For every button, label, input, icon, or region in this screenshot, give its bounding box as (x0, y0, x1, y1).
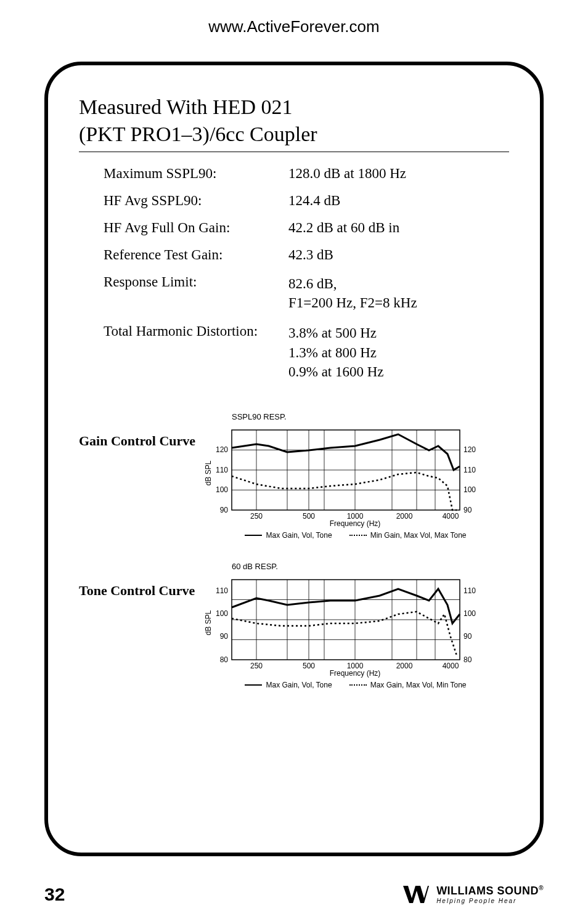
svg-text:2000: 2000 (396, 662, 413, 670)
svg-text:120: 120 (216, 445, 228, 454)
brand-name: WILLIAMS SOUND (436, 885, 539, 897)
spec-row-hf-avg-sspl90: HF Avg SSPL90: 124.4 dB (79, 193, 509, 209)
svg-text:90: 90 (220, 632, 229, 641)
svg-text:90: 90 (220, 506, 229, 514)
svg-text:110: 110 (216, 586, 228, 595)
legend-item: Max Gain, Vol, Tone (245, 681, 332, 689)
spec-value: 128.0 dB at 1800 Hz (288, 166, 509, 182)
svg-text:Frequency (Hz): Frequency (Hz) (330, 669, 381, 678)
spec-value: 124.4 dB (288, 193, 509, 209)
svg-text:2000: 2000 (396, 512, 413, 521)
spec-value-line: 3.8% at 500 Hz (288, 323, 509, 342)
tone-chart: 110 100 90 80 110 100 90 80 250 500 1000… (202, 573, 498, 678)
svg-text:4000: 4000 (443, 662, 459, 670)
legend-swatch-solid (245, 684, 262, 686)
svg-text:90: 90 (463, 632, 472, 641)
svg-text:110: 110 (463, 466, 476, 474)
svg-text:100: 100 (463, 485, 476, 494)
legend-label: Max Gain, Vol, Tone (266, 681, 332, 689)
spec-value: 42.2 dB at 60 dB in (288, 220, 509, 236)
chart-section-label: Tone Control Curve (79, 562, 202, 689)
spec-value-line: 82.6 dB, (288, 274, 509, 293)
chart-title: 60 dB RESP. (232, 562, 509, 571)
chart-block: 60 dB RESP. (202, 562, 509, 689)
chart-legend: Max Gain, Vol, Tone Max Gain, Max Vol, M… (202, 681, 509, 689)
spec-value: 82.6 dB, F1=200 Hz, F2=8 kHz (288, 274, 509, 312)
brand-logo-icon (402, 883, 430, 906)
svg-text:4000: 4000 (443, 512, 459, 521)
header-url: www.ActiveForever.com (0, 0, 588, 36)
svg-text:500: 500 (303, 512, 315, 521)
svg-text:100: 100 (463, 609, 476, 618)
title-line-2: (PKT PRO1–3)/6cc Coupler (79, 121, 509, 148)
brand-block: WILLIAMS SOUND® Helping People Hear (402, 883, 544, 906)
legend-item: Max Gain, Vol, Tone (245, 531, 332, 540)
spec-value: 42.3 dB (288, 247, 509, 263)
spec-label: Maximum SSPL90: (79, 166, 288, 182)
spec-label: HF Avg Full On Gain: (79, 220, 288, 236)
spec-label: Reference Test Gain: (79, 247, 288, 263)
spec-row-thd: Total Harmonic Distortion: 3.8% at 500 H… (79, 323, 509, 381)
chart-block: SSPL90 RESP. (202, 412, 509, 540)
spec-label: Total Harmonic Distortion: (79, 323, 288, 381)
page-footer: 32 WILLIAMS SOUND® Helping People Hear (44, 883, 544, 906)
svg-text:90: 90 (463, 506, 472, 514)
chart-section-gain: Gain Control Curve SSPL90 RESP. (79, 412, 509, 540)
svg-text:110: 110 (463, 586, 476, 595)
brand-tagline: Helping People Hear (436, 898, 544, 904)
svg-text:250: 250 (250, 512, 263, 521)
content-frame: Measured With HED 021 (PKT PRO1–3)/6cc C… (44, 62, 544, 856)
svg-text:100: 100 (216, 485, 228, 494)
spec-row-hf-avg-full-on-gain: HF Avg Full On Gain: 42.2 dB at 60 dB in (79, 220, 509, 236)
gain-chart: 120 110 100 90 120 110 100 90 250 500 10… (202, 424, 498, 529)
svg-text:dB SPL: dB SPL (204, 460, 213, 485)
page-title: Measured With HED 021 (PKT PRO1–3)/6cc C… (79, 94, 509, 148)
title-line-1: Measured With HED 021 (79, 94, 509, 121)
svg-text:500: 500 (303, 662, 315, 670)
brand-text: WILLIAMS SOUND® Helping People Hear (436, 885, 544, 904)
legend-item: Max Gain, Max Vol, Min Tone (349, 681, 467, 689)
chart-section-label: Gain Control Curve (79, 412, 202, 540)
chart-title: SSPL90 RESP. (232, 412, 509, 421)
svg-text:dB SPL: dB SPL (204, 610, 213, 635)
legend-swatch-dashed (349, 535, 367, 536)
page-number: 32 (44, 884, 65, 905)
chart-section-tone: Tone Control Curve 60 dB RESP. (79, 562, 509, 689)
chart-legend: Max Gain, Vol, Tone Min Gain, Max Vol, M… (202, 531, 509, 540)
svg-text:120: 120 (463, 445, 476, 454)
legend-label: Max Gain, Vol, Tone (266, 531, 332, 540)
svg-text:110: 110 (216, 466, 228, 474)
legend-swatch-solid (245, 535, 262, 536)
svg-text:80: 80 (463, 655, 472, 664)
legend-item: Min Gain, Max Vol, Max Tone (349, 531, 467, 540)
legend-label: Min Gain, Max Vol, Max Tone (370, 531, 467, 540)
svg-text:100: 100 (216, 609, 228, 618)
legend-swatch-dashed (349, 684, 367, 686)
svg-text:80: 80 (220, 655, 229, 664)
svg-text:250: 250 (250, 662, 263, 670)
legend-label: Max Gain, Max Vol, Min Tone (370, 681, 467, 689)
spec-value-line: 1.3% at 800 Hz (288, 343, 509, 362)
spec-row-ref-test-gain: Reference Test Gain: 42.3 dB (79, 247, 509, 263)
spec-row-max-sspl90: Maximum SSPL90: 128.0 dB at 1800 Hz (79, 166, 509, 182)
spec-row-response-limit: Response Limit: 82.6 dB, F1=200 Hz, F2=8… (79, 274, 509, 312)
title-underline (79, 152, 509, 152)
spec-label: Response Limit: (79, 274, 288, 312)
spec-value-line: F1=200 Hz, F2=8 kHz (288, 293, 509, 312)
spec-label: HF Avg SSPL90: (79, 193, 288, 209)
spec-value: 3.8% at 500 Hz 1.3% at 800 Hz 0.9% at 16… (288, 323, 509, 381)
spec-value-line: 0.9% at 1600 Hz (288, 362, 509, 381)
brand-reg: ® (539, 885, 544, 891)
svg-text:Frequency (Hz): Frequency (Hz) (330, 519, 381, 528)
